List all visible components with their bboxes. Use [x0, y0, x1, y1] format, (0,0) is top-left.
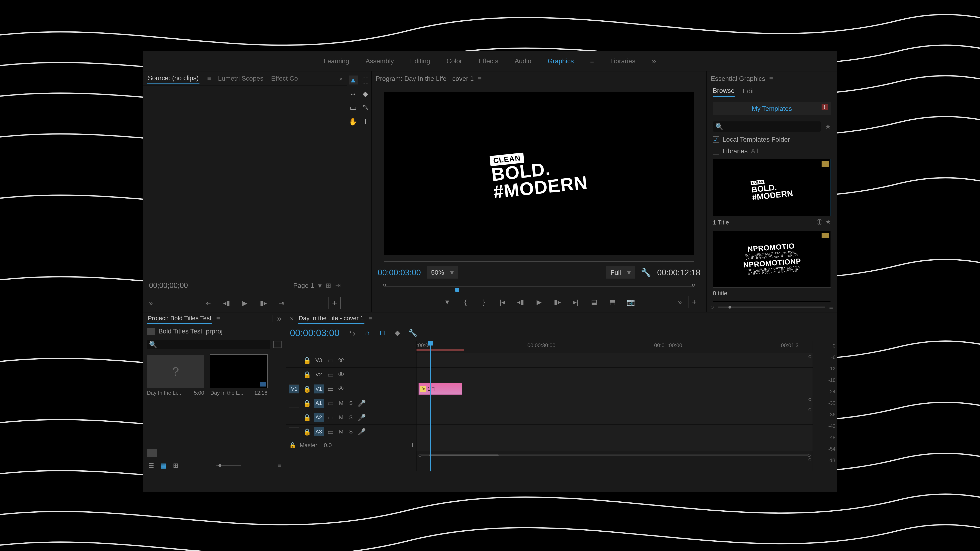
lock-icon[interactable]: 🔒: [289, 442, 296, 449]
mark-out-icon[interactable]: }: [479, 297, 489, 307]
project-tab[interactable]: Project: Bold Titles Test: [147, 313, 212, 324]
project-search-input[interactable]: 🔍: [147, 340, 270, 349]
local-templates-checkbox[interactable]: ✓: [713, 136, 719, 143]
workspace-graphics[interactable]: Graphics: [547, 57, 574, 65]
source-viewer[interactable]: [143, 86, 347, 277]
rotate-tool-icon[interactable]: ◆: [361, 89, 370, 98]
workspace-color[interactable]: Color: [447, 57, 462, 65]
marker-mode-icon[interactable]: ◆: [393, 328, 402, 337]
track-name[interactable]: V2: [313, 370, 324, 379]
ruler-end-handle-icon[interactable]: [692, 284, 695, 286]
program-zoom-select[interactable]: 50% ▾: [427, 266, 458, 279]
mute-icon[interactable]: M: [338, 414, 344, 421]
program-ruler[interactable]: [384, 286, 694, 287]
step-forward-frame-icon[interactable]: ▮▸: [552, 297, 563, 307]
track-visibility-icon[interactable]: 👁: [338, 357, 345, 364]
templates-list[interactable]: CLEAN BOLD. #MODERN 1 Title ⓘ ★: [706, 157, 837, 302]
selection-tool-icon[interactable]: ▲: [349, 76, 358, 84]
timeline-settings-icon[interactable]: 🔧: [408, 328, 417, 337]
export-frame-icon[interactable]: 📷: [626, 297, 636, 307]
direct-select-tool-icon[interactable]: ⬚: [361, 76, 370, 84]
template-fav-icon[interactable]: ★: [826, 218, 831, 227]
new-item-icon[interactable]: [274, 341, 282, 348]
lock-icon[interactable]: 🔒: [303, 399, 310, 407]
track-name[interactable]: A3: [313, 427, 324, 436]
go-to-in-icon[interactable]: ⇤: [203, 298, 213, 308]
track-source-patch[interactable]: [289, 399, 299, 408]
template-thumb-3[interactable]: COMING UP NEXT: [713, 301, 831, 302]
libraries-checkbox[interactable]: [713, 148, 719, 154]
project-item[interactable]: Day In the L... 12:18: [210, 355, 267, 396]
program-playhead-handle[interactable]: [455, 288, 460, 292]
eg-menu-icon[interactable]: ≡: [769, 75, 773, 83]
timeline-hscroll[interactable]: [422, 454, 808, 456]
track-visibility-icon[interactable]: 👁: [338, 385, 345, 393]
track-output-icon[interactable]: ▭: [328, 371, 334, 379]
track-row-v3[interactable]: [417, 353, 813, 368]
mute-icon[interactable]: M: [338, 429, 344, 435]
track-header-a2[interactable]: 🔒 A2 ▭ M S 🎤: [286, 410, 416, 425]
lock-icon[interactable]: 🔒: [303, 428, 310, 436]
slider-knob[interactable]: [218, 464, 221, 467]
track-name[interactable]: A1: [313, 399, 324, 408]
play-icon[interactable]: ▶: [240, 298, 250, 308]
mark-in-icon[interactable]: {: [460, 297, 471, 307]
program-viewer[interactable]: CLEAN BOLD. #MODERN: [384, 92, 694, 255]
eg-search-input[interactable]: 🔍: [713, 121, 821, 132]
eg-search-field[interactable]: [723, 123, 818, 130]
linked-selection-icon[interactable]: ⊓: [378, 328, 387, 337]
project-overflow-icon[interactable]: »: [277, 314, 282, 323]
project-thumb[interactable]: [210, 355, 267, 388]
add-transport-button-icon[interactable]: +: [688, 296, 700, 308]
track-source-patch[interactable]: [289, 427, 299, 436]
source-fit-select[interactable]: Page 1: [293, 282, 314, 289]
template-thumb-2[interactable]: NPROMOTIO NPROMOTION NPROMOTIONP IPROMOT…: [713, 230, 831, 288]
track-header-v1[interactable]: V1 🔒 V1 ▭ 👁: [286, 382, 416, 396]
go-to-in-point-icon[interactable]: |◂: [497, 297, 508, 307]
lock-icon[interactable]: 🔒: [303, 357, 310, 364]
tl-vscroll-mid2-icon[interactable]: [808, 408, 811, 411]
lock-icon[interactable]: 🔒: [303, 385, 310, 393]
timeline-timecode[interactable]: 00:00:03:00: [290, 327, 339, 338]
libraries-filter[interactable]: All: [751, 147, 758, 155]
source-tab-lumetri[interactable]: Lumetri Scopes: [217, 73, 264, 84]
workspace-editing[interactable]: Editing: [410, 57, 430, 65]
step-forward-icon[interactable]: ▮▸: [258, 298, 269, 308]
track-source-patch[interactable]: [289, 413, 299, 422]
track-output-icon[interactable]: ▭: [328, 414, 334, 421]
thumb-size-slider[interactable]: [216, 465, 241, 466]
extract-icon[interactable]: ⬒: [608, 297, 617, 307]
track-header-a3[interactable]: 🔒 A3 ▭ M S 🎤: [286, 425, 416, 439]
tl-vscroll-top-icon[interactable]: [808, 355, 811, 358]
workspace-assembly[interactable]: Assembly: [366, 57, 394, 65]
track-row-master[interactable]: [417, 439, 813, 451]
program-scrub-track[interactable]: [384, 260, 694, 262]
go-to-out-icon[interactable]: ⇥: [277, 298, 287, 308]
add-marker-icon[interactable]: ▼: [442, 297, 452, 307]
solo-icon[interactable]: S: [348, 414, 354, 421]
track-header-a1[interactable]: 🔒 A1 ▭ M S 🎤: [286, 396, 416, 410]
tl-zoom-in-icon[interactable]: [808, 454, 811, 457]
insert-mode-icon[interactable]: ⇆: [348, 328, 357, 337]
track-output-icon[interactable]: ▭: [328, 357, 334, 364]
transport-overflow-icon[interactable]: »: [678, 298, 682, 306]
favorite-filter-icon[interactable]: ★: [825, 122, 831, 130]
play-toggle-icon[interactable]: ▶: [534, 297, 544, 307]
bin-icon[interactable]: [147, 328, 155, 335]
workspace-overflow-icon[interactable]: »: [652, 57, 656, 66]
hand-tool-icon[interactable]: ✋: [349, 117, 358, 126]
master-balance-icon[interactable]: ⊢⊣: [403, 442, 413, 449]
project-item[interactable]: ? Day In the Li... 5:00: [147, 355, 204, 396]
timeline-clip[interactable]: fx 1 Ti: [418, 383, 462, 395]
track-row-v1[interactable]: fx 1 Ti: [417, 382, 813, 396]
step-back-frame-icon[interactable]: ◂▮: [515, 297, 526, 307]
template-info-icon[interactable]: ⓘ: [816, 218, 822, 227]
project-thumb[interactable]: ?: [147, 355, 204, 388]
tl-vscroll-mid1-icon[interactable]: [808, 398, 811, 401]
timeline-playhead[interactable]: [430, 341, 431, 472]
track-header-v3[interactable]: 🔒 V3 ▭ 👁: [286, 353, 416, 368]
source-toggle-icon[interactable]: ⇥: [335, 282, 341, 289]
timeline-ruler[interactable]: :00:00 00:00:30:00 00:01:00:00 00:01:3: [417, 341, 813, 353]
go-to-out-point-icon[interactable]: ▸|: [571, 297, 581, 307]
track-row-a1[interactable]: [417, 396, 813, 410]
